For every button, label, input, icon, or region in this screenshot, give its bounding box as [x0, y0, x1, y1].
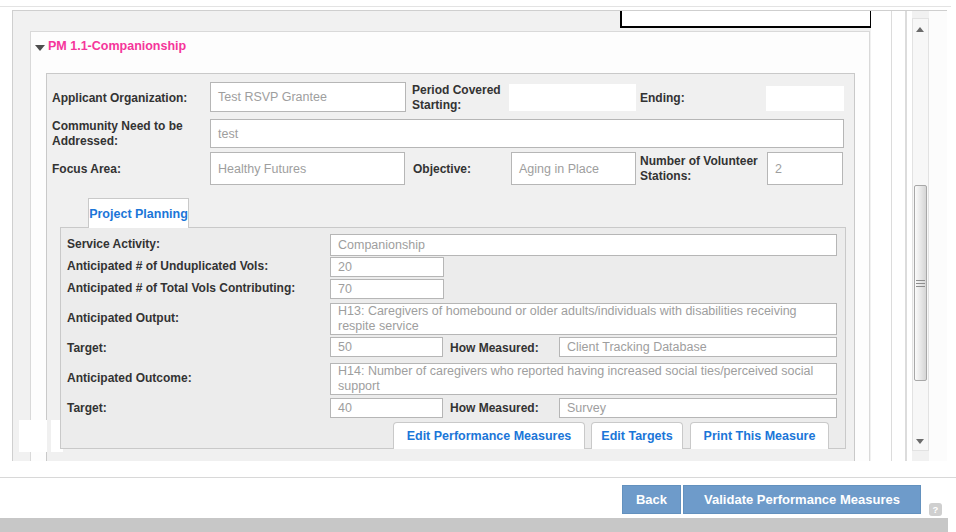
community-need-label: Community Need to be Addressed:	[52, 119, 202, 149]
container-edge-line	[905, 11, 907, 461]
anticipated-outcome-field[interactable]: H14: Number of caregivers who reported h…	[330, 363, 837, 395]
outcome-target-label: Target:	[67, 401, 107, 416]
scrollbar-grip-icon	[916, 280, 925, 288]
scroll-up-icon[interactable]	[916, 27, 924, 32]
objective-field[interactable]: Aging in Place	[511, 152, 636, 185]
footer-divider	[0, 477, 956, 478]
anticipated-output-field[interactable]: H13: Caregivers of homebound or older ad…	[330, 303, 837, 335]
tab-project-planning[interactable]: Project Planning	[88, 198, 189, 228]
ending-field[interactable]	[766, 86, 844, 111]
scroll-right-gutter	[929, 11, 947, 461]
period-covered-starting-label: Period Covered Starting:	[412, 83, 512, 113]
focus-area-field[interactable]: Healthy Futures	[210, 152, 405, 185]
community-need-field[interactable]: test	[210, 119, 844, 148]
print-this-measure-button[interactable]: Print This Measure	[690, 422, 829, 449]
output-target-label: Target:	[67, 341, 107, 356]
applicant-organization-field[interactable]: Test RSVP Grantee	[210, 82, 406, 112]
edit-targets-button[interactable]: Edit Targets	[591, 422, 683, 449]
total-vols-field[interactable]: 70	[330, 279, 444, 299]
service-activity-field[interactable]: Companionship	[330, 234, 837, 256]
service-activity-label: Service Activity:	[67, 237, 160, 252]
applicant-organization-label: Applicant Organization:	[52, 91, 187, 106]
back-button[interactable]: Back	[622, 485, 681, 514]
outcome-how-measured-label: How Measured:	[450, 401, 539, 416]
output-how-measured-field[interactable]: Client Tracking Database	[559, 337, 837, 357]
outcome-target-field[interactable]: 40	[330, 398, 443, 418]
anticipated-outcome-label: Anticipated Outcome:	[67, 371, 192, 386]
container-edge-line	[891, 11, 892, 461]
panel-corner-block	[19, 420, 47, 452]
footer-bar	[0, 518, 948, 532]
output-target-field[interactable]: 50	[330, 337, 443, 357]
outcome-how-measured-field[interactable]: Survey	[559, 398, 837, 418]
pm-section-title: PM 1.1-Companionship	[48, 39, 186, 53]
period-covered-starting-field[interactable]	[509, 84, 636, 111]
unduplicated-vols-label: Anticipated # of Unduplicated Vols:	[67, 259, 268, 274]
collapse-triangle-icon[interactable]	[35, 45, 45, 51]
top-divider	[0, 6, 951, 7]
output-how-measured-label: How Measured:	[450, 341, 539, 356]
total-vols-label: Anticipated # of Total Vols Contributing…	[67, 281, 295, 296]
edit-performance-measures-button[interactable]: Edit Performance Measures	[393, 422, 585, 449]
validate-performance-measures-button[interactable]: Validate Performance Measures	[683, 485, 921, 514]
objective-label: Objective:	[413, 162, 471, 177]
ending-label: Ending:	[640, 91, 685, 106]
volunteer-stations-field[interactable]: 2	[767, 152, 843, 185]
volunteer-stations-label: Number of Volunteer Stations:	[640, 154, 762, 184]
scroll-down-icon[interactable]	[916, 439, 924, 444]
focused-element-outline[interactable]	[620, 11, 872, 28]
screen: PM 1.1-Companionship Applicant Organizat…	[0, 0, 956, 532]
unduplicated-vols-field[interactable]: 20	[330, 257, 444, 277]
help-icon[interactable]: ?	[929, 503, 942, 516]
pm-section-header[interactable]: PM 1.1-Companionship	[32, 38, 432, 58]
anticipated-output-label: Anticipated Output:	[67, 311, 179, 326]
focus-area-label: Focus Area:	[52, 162, 121, 177]
